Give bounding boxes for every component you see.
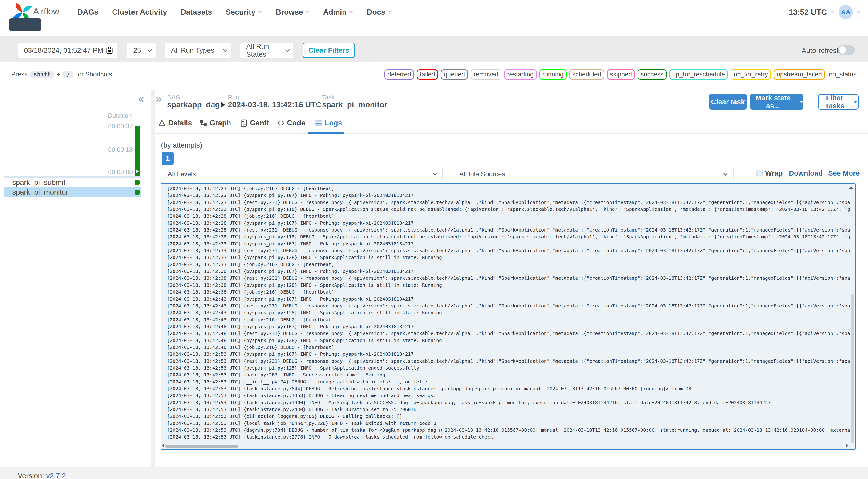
panel-divider[interactable] bbox=[151, 90, 155, 468]
clock-utc[interactable]: 13:52 UTC bbox=[789, 8, 827, 17]
tab-code[interactable]: Code bbox=[277, 119, 305, 127]
log-line: [2024-03-18, 13:42:38 UTC] {pyspark_pi.p… bbox=[167, 282, 850, 289]
wrap-label: Wrap bbox=[765, 169, 782, 177]
nav-item-dags[interactable]: DAGs bbox=[78, 8, 98, 17]
tab-logs[interactable]: Logs bbox=[315, 119, 342, 127]
clear-filters-button[interactable]: Clear Filters bbox=[303, 42, 355, 58]
log-line: [2024-03-18, 13:42:43 UTC] {pyspark_pi.p… bbox=[167, 296, 850, 302]
duration-tick: 00:00:00 bbox=[78, 168, 133, 176]
log-line: [2024-03-18, 13:42:53 UTC] {pyspark_pi.p… bbox=[167, 351, 850, 358]
breadcrumb-separator: / bbox=[316, 100, 318, 109]
chevron-down-icon bbox=[799, 101, 804, 103]
page-size-select[interactable]: 25 bbox=[127, 42, 156, 58]
attempt-1-button[interactable]: 1 bbox=[162, 152, 174, 165]
manual-run-play-icon bbox=[136, 169, 139, 173]
see-more-link[interactable]: See More bbox=[828, 169, 860, 177]
autorefresh-label: Auto-refresh bbox=[802, 46, 840, 55]
breadcrumb-run-value[interactable]: 2024-03-18, 13:42:16 UTC bbox=[228, 100, 321, 109]
log-line: [2024-03-18, 13:42:23 UTC] {pyspark_pi.p… bbox=[167, 206, 850, 213]
log-line: [2024-03-18, 13:42:23 UTC] {job.py:216} … bbox=[167, 185, 850, 192]
nav-item-admin[interactable]: Admin bbox=[323, 8, 353, 17]
autorefresh-toggle[interactable] bbox=[838, 45, 855, 55]
chevron-down-icon bbox=[388, 11, 392, 13]
log-line: [2024-03-18, 13:42:53 UTC] {dagrun.py:73… bbox=[167, 427, 850, 434]
expand-details-button[interactable]: » bbox=[156, 92, 162, 105]
chevron-down-icon[interactable] bbox=[831, 11, 835, 13]
tab-details[interactable]: Details bbox=[158, 119, 192, 127]
nav-item-browse[interactable]: Browse bbox=[276, 8, 310, 17]
duration-axis-label: Duration bbox=[78, 112, 132, 120]
date-filter-input[interactable]: 03/18/2024, 01:52:47 PM bbox=[18, 42, 118, 58]
breadcrumb-separator: / bbox=[213, 100, 215, 109]
breadcrumb-dag-value[interactable]: sparkapp_dag bbox=[167, 100, 220, 109]
run-duration-bar[interactable] bbox=[135, 126, 140, 176]
task-status-square-success[interactable] bbox=[135, 180, 140, 185]
nav-item-datasets[interactable]: Datasets bbox=[181, 8, 212, 17]
status-badge-up-for-retry[interactable]: up_for_retry bbox=[731, 69, 771, 79]
log-line: [2024-03-18, 13:42:43 UTC] {job.py:216} … bbox=[167, 316, 850, 323]
log-line: [2024-03-18, 13:42:33 UTC] {job.py:216} … bbox=[167, 261, 850, 268]
clear-task-button[interactable]: Clear task bbox=[709, 94, 747, 109]
log-output-box: [2024-03-18, 13:42:23 UTC] {job.py:216} … bbox=[160, 183, 856, 450]
log-line: [2024-03-18, 13:42:53 UTC] {base.py:287}… bbox=[167, 372, 850, 378]
scroll-right-icon[interactable] bbox=[846, 444, 848, 447]
status-badge-scheduled[interactable]: scheduled bbox=[569, 69, 604, 79]
log-line: [2024-03-18, 13:42:53 UTC] {taskinstance… bbox=[167, 406, 850, 413]
footer: Version: v2.7.2 bbox=[0, 468, 868, 479]
log-line: [2024-03-18, 13:42:53 UTC] {taskinstance… bbox=[167, 434, 850, 440]
status-badge-restarting[interactable]: restarting bbox=[504, 69, 537, 79]
log-line: [2024-03-18, 13:42:48 UTC] {rest.py:231}… bbox=[167, 330, 850, 337]
selected-run-bar-fragment[interactable] bbox=[9, 18, 41, 31]
task-row-spark-pi-monitor-selected[interactable]: spark_pi_monitor bbox=[4, 187, 141, 197]
vertical-scrollbar-thumb[interactable] bbox=[851, 294, 854, 443]
status-badge-removed[interactable]: removed bbox=[471, 69, 501, 79]
status-label-no-status: no_status bbox=[829, 71, 857, 78]
log-levels-select[interactable]: All Levels bbox=[161, 167, 443, 181]
status-badge-queued[interactable]: queued bbox=[441, 69, 468, 79]
log-line: [2024-03-18, 13:42:53 UTC] {taskinstance… bbox=[167, 399, 850, 406]
task-name[interactable]: spark_pi_monitor bbox=[12, 188, 68, 196]
nav-item-security[interactable]: Security bbox=[226, 8, 262, 17]
file-sources-select[interactable]: All File Sources bbox=[453, 167, 734, 181]
log-line: [2024-03-18, 13:42:33 UTC] {rest.py:231}… bbox=[167, 247, 850, 254]
scroll-up-icon[interactable] bbox=[849, 186, 853, 189]
version-link[interactable]: v2.7.2 bbox=[46, 472, 66, 479]
filter-tasks-button[interactable]: Filter Tasks bbox=[818, 94, 859, 109]
scroll-left-icon[interactable] bbox=[162, 444, 164, 447]
nav-item-cluster-activity[interactable]: Cluster Activity bbox=[112, 8, 167, 17]
status-badge-up-for-reschedule[interactable]: up_for_reschedule bbox=[669, 69, 728, 79]
duration-tick: 00:00:37 bbox=[78, 123, 133, 130]
status-badge-running[interactable]: running bbox=[539, 69, 567, 79]
task-name[interactable]: spark_pi_submit bbox=[12, 178, 65, 187]
nav-item-docs[interactable]: Docs bbox=[367, 8, 392, 17]
status-badge-success[interactable]: success bbox=[638, 69, 667, 79]
log-line: [2024-03-18, 13:42:48 UTC] {job.py:216} … bbox=[167, 344, 850, 351]
status-badge-upstream-failed[interactable]: upstream_failed bbox=[774, 69, 825, 79]
details-icon bbox=[158, 119, 166, 127]
log-line: [2024-03-18, 13:42:53 UTC] {local_task_j… bbox=[167, 420, 850, 427]
breadcrumb-task-value[interactable]: spark_pi_monitor bbox=[322, 100, 387, 109]
mark-state-as-button[interactable]: Mark state as... bbox=[750, 94, 804, 109]
log-line: [2024-03-18, 13:42:53 UTC] {taskinstance… bbox=[167, 385, 850, 392]
chevron-down-icon bbox=[305, 11, 310, 13]
status-badge-deferred[interactable]: deferred bbox=[384, 69, 414, 79]
run-types-select[interactable]: All Run Types bbox=[165, 42, 231, 58]
task-status-square-success[interactable] bbox=[135, 190, 140, 195]
run-states-select[interactable]: All Run States bbox=[240, 42, 293, 58]
task-row-spark-pi-submit[interactable]: spark_pi_submit bbox=[4, 178, 141, 187]
collapse-grid-button[interactable]: « bbox=[138, 92, 144, 105]
log-line: [2024-03-18, 13:42:53 UTC] {cli_action_l… bbox=[167, 413, 850, 420]
avatar[interactable]: AA bbox=[839, 5, 853, 19]
log-line: [2024-03-18, 13:42:38 UTC] {rest.py:231}… bbox=[167, 275, 850, 282]
tab-gantt[interactable]: Gantt bbox=[240, 119, 269, 127]
log-line: [2024-03-18, 13:42:23 UTC] {rest.py:231}… bbox=[167, 199, 850, 206]
status-badge-failed[interactable]: failed bbox=[417, 69, 438, 79]
download-link[interactable]: Download bbox=[789, 169, 823, 177]
chevron-down-icon[interactable] bbox=[857, 11, 861, 13]
tab-graph[interactable]: Graph bbox=[199, 119, 231, 127]
horizontal-scrollbar-thumb[interactable] bbox=[165, 445, 238, 448]
wrap-checkbox[interactable] bbox=[756, 170, 763, 177]
by-attempts-label: (by attempts) bbox=[161, 141, 202, 149]
status-badge-skipped[interactable]: skipped bbox=[607, 69, 635, 79]
active-tab-underline bbox=[308, 132, 344, 134]
